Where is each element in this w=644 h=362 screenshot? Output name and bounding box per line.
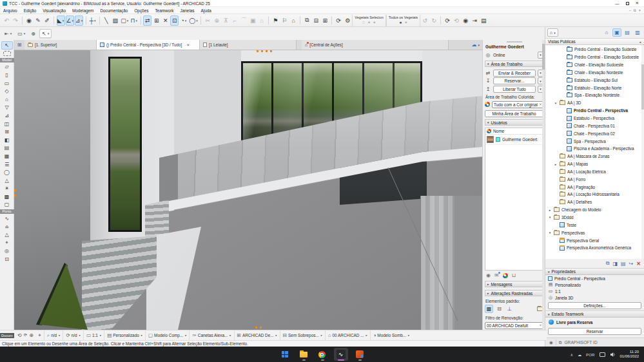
arrow-tool-button[interactable]: ↖ [39,29,52,38]
vegetation-show-icon[interactable]: ◌ [362,20,365,24]
tree-item[interactable]: Chalé - Elevação Sudoeste [545,61,644,69]
slab-tool-icon[interactable]: ▭ [1,79,13,88]
tree-item[interactable]: Perspectiva Geral [545,236,644,244]
colorize-icon[interactable] [503,273,508,278]
onedrive-cloud-icon[interactable]: ☁ [578,352,581,357]
column-tool-icon[interactable]: ◧ [1,136,13,144]
menu-item[interactable]: Documentação [97,7,131,14]
project-map-icon[interactable]: ⌂ [602,28,611,37]
teamwork-sync-cloud-icon[interactable]: ☁ [469,40,482,50]
reserve-view-button[interactable]: Reservar [548,328,641,335]
exit-icon[interactable]: ⇥ [471,15,479,26]
circle-icon[interactable]: ◯ [188,15,199,26]
section-messages[interactable]: Mensagens [485,281,543,287]
pen-icon[interactable]: ✐ [43,15,52,26]
overrides-dropdown[interactable]: ⊟ Sem Sobrepos... [280,330,325,341]
project-chooser-button[interactable]: ⌂ [547,28,558,37]
teamwork-user-icon[interactable]: ◉ [25,15,34,26]
release-all-button[interactable]: Liberar Tudo [493,86,536,93]
find-view-icon[interactable]: ▤ [621,261,626,267]
tab-leiaute[interactable]: [1 Leiaute] [200,40,297,50]
tree-item[interactable]: AA | Locação Hidrossanitária [545,191,644,198]
pens-dropdown[interactable]: ✑ Canetas Alexa... [189,330,233,341]
opening-tool-icon[interactable]: ▢ [1,201,13,209]
tree-item[interactable]: AA | 3D [545,99,644,107]
tray-chevron-up-icon[interactable]: ∧ [570,352,573,357]
tree-item[interactable]: Chalé - Perspectiva 02 [545,129,644,137]
import-view-icon[interactable]: ↪ [629,261,634,267]
stair-tool-icon[interactable]: ▤ [1,144,13,153]
tree-item[interactable]: Spa - Elevação Nordeste [545,91,644,99]
delete-icon[interactable]: ✕ [636,261,641,267]
redo-small-icon[interactable]: ↻ [430,15,438,26]
adjust-icon[interactable]: ⊕ [213,15,221,26]
hotspot-tool-icon[interactable]: ⌖ [1,239,13,247]
menu-item[interactable]: Opções [131,7,151,14]
lamp-icon[interactable]: ◉ [462,15,470,26]
navigator-header[interactable]: Vistas Públicas [545,38,644,45]
explore-3d-icon[interactable]: ⚙ [344,15,352,26]
menu-item[interactable]: Janelas [177,7,198,14]
tab-superior[interactable]: [1. Superior] [24,40,97,50]
message-envelope-icon[interactable]: ✉ [494,272,499,278]
graphisoft-id-bar[interactable]: ◉ ⧉ GRAPHISOFT ID [545,338,644,347]
rotation-dropdown[interactable]: ⟳ n/d [63,330,83,341]
users-column-header[interactable]: Nome [485,128,543,135]
mesh-tool-icon[interactable]: ▽ [1,104,13,112]
rotate-icon[interactable]: ◔ [179,15,188,26]
section-workspace[interactable]: Área de Trabalho [485,61,543,67]
orbit-icon[interactable]: ⟲ [15,332,24,339]
door-tool-icon[interactable]: ▯ [1,71,13,79]
orient-button[interactable]: ⊕ [29,29,37,38]
start-button[interactable] [278,348,292,361]
touch-keyboard-icon[interactable] [600,352,605,357]
tree-item[interactable]: Chalé - Elevação Nordeste [545,69,644,77]
split-icon[interactable]: ✂ [204,15,212,26]
tree-item[interactable]: Estábulo - Elevação Sul [545,76,644,84]
snap-points-icon[interactable]: ⊿ [75,15,83,26]
all-vegetation-lock-icon[interactable]: ∘ [404,20,407,24]
paste-view-settings-icon[interactable]: ⊟ [312,15,320,26]
group-icon[interactable]: ⊡ [170,15,179,26]
virtual-trace-button[interactable]: ▭ [15,29,27,38]
mdi-window-controls[interactable]: –⧉× [629,8,644,13]
walk-icon[interactable]: ⌖ [35,332,44,339]
vegetation-lock-icon[interactable]: ∘ [367,20,370,24]
level-dimension-tool-icon[interactable]: ≐ [1,223,13,231]
window-tool-icon[interactable]: ◫ [1,120,13,128]
save-view-icon[interactable]: ◨ [612,261,618,267]
tree-item[interactable]: AA | Máscara de Zonas [545,153,644,160]
archicad-taskbar-icon[interactable]: ∿ [334,348,348,361]
tree-item[interactable]: Perspectivas [545,229,644,236]
railing-tool-icon[interactable]: ▦ [1,152,13,160]
user-row[interactable]: Guilherme Goedert [485,135,543,145]
tree-item[interactable]: AA | Mapas [545,160,644,168]
tree-item[interactable]: Prédio Central - Elevação Sudeste [545,46,644,53]
undo-icon[interactable]: ↶ [3,15,11,26]
line-tool-icon[interactable]: ╲ [102,15,110,26]
fill-pattern-icon[interactable]: ▩ [485,305,493,313]
move-icon[interactable]: ⇄ [143,15,151,26]
publisher-icon[interactable]: ▥ [633,28,642,37]
tree-item[interactable]: AA | Detalhes [545,198,644,206]
pen-set-icon[interactable]: ✎ [34,15,43,26]
chrome-icon[interactable] [315,348,329,361]
favorites-icon[interactable]: ⌂ [289,15,298,26]
all-vegetation-show-icon[interactable]: ● [399,20,402,24]
language-indicator[interactable]: POR [586,352,594,357]
viewport-3d[interactable] [14,50,482,330]
shadow-dropdown[interactable]: ◑ Modelo Somb... [370,330,413,341]
tree-item[interactable]: AA | Forro [545,175,644,183]
marquee-tool-icon[interactable] [3,51,11,56]
guide-lines-icon[interactable]: ◣ [57,15,65,26]
polyline-tool-icon[interactable]: ∿ [1,214,13,223]
tree-item[interactable]: Perspectiva Axonométrica Genérica [545,244,644,252]
tree-item[interactable]: Estábulo - Perspectiva [545,115,644,122]
regenerate-icon[interactable]: ⟲ [453,15,461,26]
speaker-icon[interactable] [610,352,616,357]
fillet-icon[interactable]: ⌒ [240,15,248,26]
flag-icon[interactable]: ⚑ [271,15,280,26]
section-marker-icon[interactable]: ⊥ [505,305,514,313]
align-icon[interactable]: ⊞ [152,15,161,26]
settings-button[interactable]: Definições... [548,302,641,309]
